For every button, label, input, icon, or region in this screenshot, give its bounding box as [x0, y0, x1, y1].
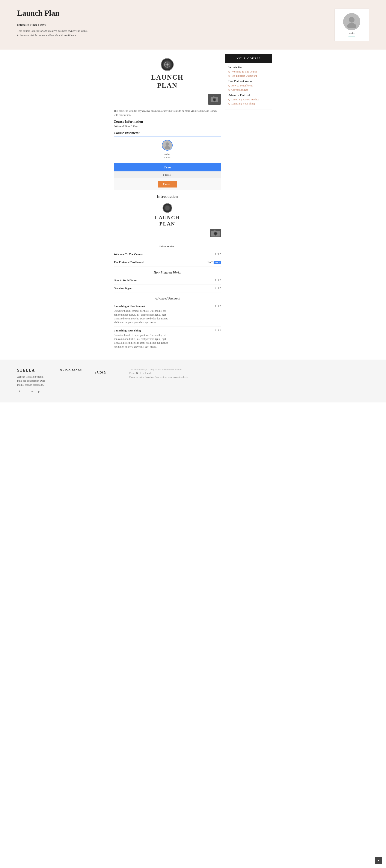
sidebar-link[interactable]: Welcome To The Course: [228, 70, 269, 73]
lesson-section-title: Introduction: [114, 245, 221, 248]
lesson-left: The Pinterest Dashboard: [114, 260, 143, 264]
lesson-left: Welcome To The Course: [114, 252, 142, 256]
footer-brand-name: STELLA: [17, 368, 47, 373]
sidebar-link[interactable]: Launching Your Thing: [228, 102, 269, 105]
camera-svg-sm: [210, 229, 221, 237]
lesson-description: Curabitur blandit tempus porttitor. Duis…: [114, 333, 169, 349]
link-dot: [228, 71, 230, 73]
course-title-bottom: LAUNCH PLAN: [114, 215, 221, 227]
compass-icon-top: [161, 58, 174, 71]
lesson-left: Growing Bigger: [114, 287, 133, 290]
lesson-meta: 1 of 2: [215, 305, 221, 308]
sidebar-link[interactable]: How to Be Different: [228, 84, 269, 87]
avatar-underline: [349, 36, 355, 36]
camera-icon: [208, 94, 221, 105]
instructor-heading: Course Instructor: [114, 131, 221, 135]
footer-insta-title: insta: [95, 368, 117, 375]
compass-icon-sm: [163, 203, 172, 213]
lesson-row: Growing Bigger2 of 2: [114, 284, 221, 292]
lesson-title: Launching A New Product: [114, 305, 169, 308]
price-free-text: FREE: [114, 172, 221, 178]
hero-section: Launch Plan Estimated Time: 2 Days This …: [0, 0, 386, 50]
lesson-section-title: Advanced Pinterest: [114, 297, 221, 300]
link-dot: [228, 103, 230, 105]
price-box: Free FREE Enroll: [114, 163, 221, 190]
social-icons: f t in p: [17, 389, 47, 394]
sidebar-link[interactable]: Launching A New Product: [228, 98, 269, 101]
hero-text: Launch Plan Estimated Time: 2 Days This …: [17, 8, 334, 38]
sidebar-link[interactable]: Growing Bigger: [228, 88, 269, 91]
instructor-role: Author: [163, 156, 171, 159]
footer-error: This error message is only visible to Wo…: [129, 368, 188, 378]
lesson-title: How to Be Different: [114, 279, 137, 282]
sidebar-link-label: Welcome To The Course: [231, 70, 257, 73]
lesson-meta: 1 of 2: [215, 279, 221, 282]
lesson-row: Launching Your ThingCurabitur blandit te…: [114, 327, 221, 351]
lesson-left: How to Be Different: [114, 279, 137, 282]
price-label: Free: [114, 163, 221, 172]
instructor-section: anika Author: [114, 136, 221, 160]
link-dot: [228, 75, 230, 77]
facebook-icon[interactable]: f: [17, 389, 22, 394]
twitter-icon[interactable]: t: [24, 389, 28, 394]
instructor-bar: anika Author: [114, 136, 221, 160]
hero-title: Launch Plan: [17, 8, 326, 18]
footer-error-msg: Error: No feed found.: [129, 372, 188, 375]
left-column: LAUNCH PLAN This course is ideal f: [114, 54, 221, 355]
sidebar-body: IntroductionWelcome To The CourseThe Pin…: [225, 63, 272, 109]
lesson-left: Launching Your ThingCurabitur blandit te…: [114, 329, 169, 349]
link-dot: [228, 99, 230, 101]
instructor-avatar-icon: [163, 142, 171, 149]
lesson-title: The Pinterest Dashboard: [114, 260, 143, 264]
intro-heading: Introduction: [114, 194, 221, 199]
instructor-info: anika Author: [162, 151, 173, 160]
sidebar-link-label: The Pinterest Dashboard: [231, 74, 257, 78]
svg-marker-4: [165, 64, 170, 65]
lesson-row: Launching A New ProductCurabitur blandit…: [114, 303, 221, 327]
sidebar-header: YOUR COURSE: [225, 54, 272, 63]
right-sidebar: YOUR COURSE IntroductionWelcome To The C…: [225, 54, 272, 355]
footer-error-detail: Please go to the Instagram Feed settings…: [129, 376, 188, 378]
lesson-title: Launching Your Thing: [114, 329, 169, 332]
lesson-section-group: Advanced PinterestLaunching A New Produc…: [114, 297, 221, 351]
svg-point-0: [349, 17, 354, 23]
lesson-title: Welcome To The Course: [114, 252, 142, 256]
lesson-section-group: IntroductionWelcome To The Course1 of 2T…: [114, 245, 221, 267]
hero-avatar-name: anika: [349, 32, 354, 35]
svg-point-9: [166, 143, 169, 146]
instagram-icon[interactable]: in: [30, 389, 35, 394]
footer-error-note: This error message is only visible to Wo…: [129, 368, 188, 371]
enroll-button[interactable]: Enroll: [158, 181, 176, 187]
svg-point-7: [213, 99, 216, 101]
course-info-heading: Course Information: [114, 120, 221, 124]
footer-quick-links-title: QUICK LINKS: [60, 368, 82, 373]
main-content: LAUNCH PLAN This course is ideal f: [107, 50, 279, 360]
sidebar-link-label: Growing Bigger: [231, 88, 248, 91]
lesson-row: How to Be Different1 of 2: [114, 277, 221, 284]
pinterest-icon[interactable]: p: [36, 389, 41, 394]
link-dot: [228, 85, 230, 87]
compass-svg-top: [164, 61, 170, 68]
svg-rect-8: [213, 96, 215, 97]
enroll-area: Enroll: [114, 178, 221, 190]
hero-divider: [17, 20, 26, 20]
footer-brand: STELLA Aenean lacinia bibendum nulla sed…: [17, 368, 47, 394]
camera-svg: [210, 95, 219, 103]
lesson-left: Launching A New ProductCurabitur blandit…: [114, 305, 169, 324]
lessons-container: IntroductionWelcome To The Course1 of 2T…: [114, 245, 221, 351]
sidebar-link-label: How to Be Different: [231, 84, 253, 87]
footer-brand-desc: Aenean lacinia bibendum nulla sed consec…: [17, 375, 47, 387]
hero-avatar-box: anika: [334, 8, 369, 41]
course-description: This course is ideal for any creative bu…: [114, 109, 221, 117]
sidebar-section-title: Introduction: [228, 66, 269, 69]
free-badge: FREE: [214, 261, 221, 264]
svg-rect-14: [214, 229, 216, 231]
instructor-avatar: [162, 140, 173, 151]
svg-point-10: [164, 146, 170, 149]
svg-point-1: [347, 23, 356, 28]
estimated-time: Estimated Time: 2 Days: [114, 125, 221, 128]
lesson-meta: 2 of 2: [215, 287, 221, 290]
sidebar-link-label: Launching Your Thing: [231, 102, 255, 105]
sidebar-link[interactable]: The Pinterest Dashboard: [228, 74, 269, 78]
sidebar-box: YOUR COURSE IntroductionWelcome To The C…: [225, 54, 272, 110]
